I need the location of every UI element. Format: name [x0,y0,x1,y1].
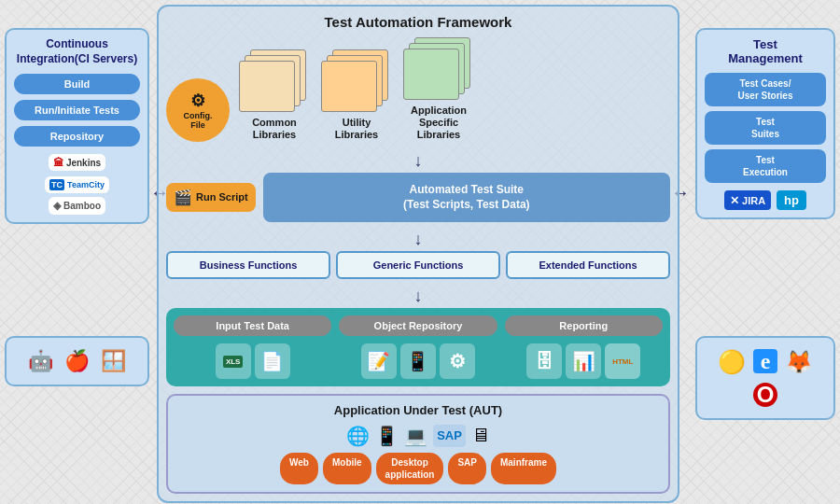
repository-button[interactable]: Repository [14,126,140,147]
hp-logo: hp [777,190,806,210]
utility-libraries-stack: Utility Libraries [319,49,394,141]
app-specific-libraries-label: Application Specific Libraries [411,105,467,142]
doc-icon: 📄 [255,343,290,379]
aut-layer: Application Under Test (AUT) 🌐 📱 💻 SAP 🖥… [166,394,670,494]
common-pages [237,49,312,115]
config-circle: ⚙ Config. File [166,78,230,142]
reporting-icons: 🗄 📊 HTML [505,343,663,379]
test-cases-button[interactable]: Test Cases/ User Stories [705,73,826,106]
stacks-row: ⚙ Config. File Common Libraries Utility … [166,37,670,142]
jenkins-logo: 🏛 Jenkins [49,154,105,171]
windows-icon: 🪟 [101,349,126,373]
teamcity-logo: TC TeamCity [45,176,109,193]
desktop-icon: 💻 [404,425,427,447]
main-framework: Test Automation Framework ⚙ Config. File… [157,5,679,503]
test-execution-button[interactable]: Test Execution [705,149,826,183]
data-icons-row: XLS 📄 📝 📱 ⚙ 🗄 📊 HTML [174,343,663,379]
sap-icon: SAP [433,425,466,447]
phone-icon: 📱 [400,343,436,379]
os-panel: 🤖 🍎 🪟 [5,336,149,386]
browser-panel: 🟡 e 🦊 O [695,336,835,420]
ci-title: Continuous Integration(CI Servers) [14,37,140,66]
gear-icon: ⚙ [190,91,205,111]
generic-functions-box: Generic Functions [336,251,500,279]
aut-icons-row: 🌐 📱 💻 SAP 🖥 [175,425,661,447]
bamboo-logo: ◈ Bamboo [49,197,105,215]
run-script-label: Run Script [196,191,248,203]
build-button[interactable]: Build [14,74,140,94]
android-icon: 🤖 [28,349,53,373]
opera-icon: O [753,383,777,407]
common-libraries-label: Common Libraries [252,117,297,141]
extended-functions-box: Extended Functions [506,251,670,279]
mobile-icon: 📱 [375,425,399,447]
business-functions-box: Business Functions [166,251,330,279]
app-pages [401,37,476,103]
arrow-down-3: ↓ [166,287,670,306]
chrome-icon: 🟡 [718,349,746,375]
ats-row: 🎬 Run Script Automated Test Suite (Test … [166,173,670,223]
desktop-button[interactable]: Desktop application [376,453,444,484]
object-repository-header: Object Repository [339,315,497,336]
config-stack: ⚙ Config. File [166,78,230,142]
arrow-down-1: ↓ [166,151,670,171]
run-script-box: 🎬 Run Script [166,183,256,212]
aut-buttons-row: Web Mobile Desktop application SAP Mainf… [175,453,661,484]
ats-box: Automated Test Suite (Test Scripts, Test… [263,173,670,223]
input-test-data-header: Input Test Data [174,315,331,336]
object-repo-icons: 📝 📱 ⚙ [339,343,497,379]
firefox-icon: 🦊 [785,349,813,375]
utility-libraries-label: Utility Libraries [335,117,378,141]
edit-icon: 📝 [361,343,397,379]
mainframe-icon: 🖥 [471,425,490,447]
db-icon: 🗄 [526,343,562,379]
aut-title: Application Under Test (AUT) [175,403,661,417]
mainframe-button[interactable]: Mainframe [491,453,556,484]
test-management-panel: Test Management Test Cases/ User Stories… [695,28,835,219]
test-management-title: Test Management [705,37,826,65]
mobile-button[interactable]: Mobile [323,453,371,484]
utility-pages [319,49,394,115]
common-libraries-stack: Common Libraries [237,49,312,141]
app-specific-libraries-stack: Application Specific Libraries [401,37,476,142]
arrow-down-2: ↓ [166,230,670,249]
chart-icon: 📊 [566,343,601,379]
html-icon: HTML [605,343,640,379]
ci-panel: Continuous Integration(CI Servers) Build… [5,28,149,224]
xls-icon: XLS [216,343,251,379]
run-tests-button[interactable]: Run/Initiate Tests [14,100,140,120]
settings-icon: ⚙ [440,343,475,379]
data-layer: Input Test Data Object Repository Report… [166,308,670,386]
apple-icon: 🍎 [64,349,90,373]
film-icon: 🎬 [174,189,192,206]
test-suites-button[interactable]: Test Suites [705,111,826,145]
jira-logo: ✕ JIRA [724,190,771,210]
framework-title: Test Automation Framework [166,14,670,30]
data-headers: Input Test Data Object Repository Report… [174,315,663,336]
reporting-header: Reporting [505,315,663,336]
www-icon: 🌐 [346,425,370,447]
functions-row: Business Functions Generic Functions Ext… [166,251,670,279]
sap-button[interactable]: SAP [448,453,486,484]
web-button[interactable]: Web [280,453,318,484]
ie-icon: e [753,349,777,373]
input-icons: XLS 📄 [174,343,331,379]
